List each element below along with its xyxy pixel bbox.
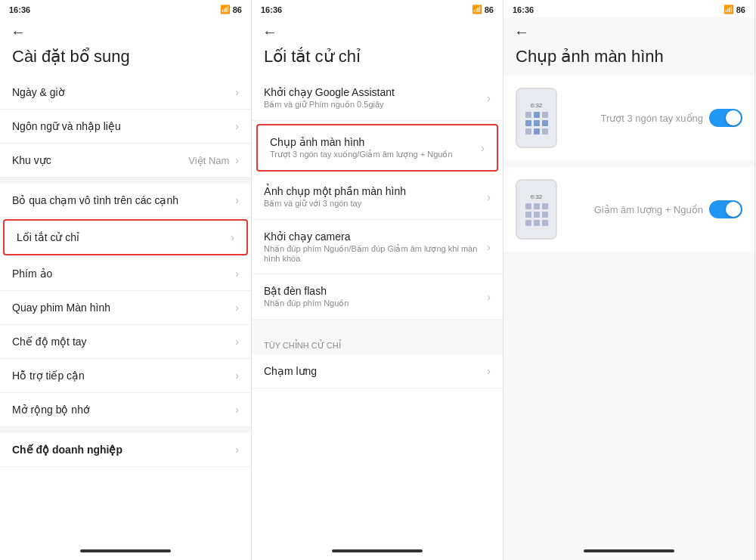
status-time-1: 16:36 xyxy=(9,5,30,14)
menu-item-bat-den-flash[interactable]: Bật đèn flash Nhấn đúp phím Nguồn › xyxy=(252,274,503,320)
dots-grid-giam-am xyxy=(525,203,548,226)
chevron-icon: › xyxy=(235,302,239,314)
chevron-icon: › xyxy=(487,92,491,104)
dot xyxy=(534,112,540,118)
menu-item-chup-anh-title: Chụp ảnh màn hình xyxy=(270,136,453,148)
menu-item-khu-vuc-value: Việt Nam xyxy=(188,155,229,166)
menu-item-bo-qua[interactable]: Bỏ qua chạm vô tình trên các cạnh › xyxy=(0,184,251,218)
panel1-title: Cài đặt bổ sung xyxy=(0,44,251,76)
menu-item-ngon-ngu-title: Ngôn ngữ và nhập liệu xyxy=(12,120,121,132)
section-divider-1 xyxy=(0,178,251,184)
status-time-2: 16:36 xyxy=(261,5,282,14)
dot xyxy=(534,120,540,126)
dot xyxy=(542,203,548,209)
menu-item-anh-chup-title: Ảnh chụp một phần màn hình xyxy=(264,185,406,197)
dot xyxy=(525,120,531,126)
chevron-icon: › xyxy=(231,231,234,243)
screenshot-divider xyxy=(503,161,754,167)
dot xyxy=(534,128,540,135)
panel-gesture-shortcuts: 16:36 📶 86 ← Lối tắt cử chỉ Khởi chạy Go… xyxy=(252,0,503,560)
status-bar-1: 16:36 📶 86 xyxy=(0,0,251,17)
menu-item-che-do-mot-tay[interactable]: Chế độ một tay › xyxy=(0,325,251,359)
bottom-indicator-3 xyxy=(584,549,674,552)
menu-item-che-do-dn[interactable]: Chế độ doanh nghiệp › xyxy=(0,433,251,467)
section-divider-3 xyxy=(252,320,503,332)
chevron-icon: › xyxy=(235,194,239,206)
back-button-2[interactable]: ← xyxy=(252,17,503,44)
menu-item-khu-vuc[interactable]: Khu vực Việt Nam › xyxy=(0,144,251,178)
status-time-3: 16:36 xyxy=(513,5,534,14)
menu-item-anh-chup-mot-phan[interactable]: Ảnh chụp một phần màn hình Bấm và giữ vớ… xyxy=(252,175,503,220)
toggle-giam-am-thumb xyxy=(726,202,741,217)
chevron-icon: › xyxy=(481,142,485,154)
menu-item-khoi-chay-ga-subtitle: Bấm và giữ Phím nguồn 0.5giây xyxy=(264,100,395,110)
toggle-giam-am-container: Giảm âm lượng + Nguồn xyxy=(594,200,742,218)
menu-item-bat-den-content: Bật đèn flash Nhấn đúp phím Nguồn xyxy=(264,285,349,308)
battery-icon: 86 xyxy=(736,5,745,14)
menu-item-bat-den-title: Bật đèn flash xyxy=(264,285,349,297)
custom-section-label: TÙY CHỈNH CỬ CHỈ xyxy=(264,341,341,350)
screenshot-item-truot[interactable]: 6:32 Trượt 3 ngón tay xuống xyxy=(503,76,754,160)
menu-item-phim-ao[interactable]: Phím ảo › xyxy=(0,257,251,291)
menu-item-anh-chup-content: Ảnh chụp một phần màn hình Bấm và giữ vớ… xyxy=(264,185,406,209)
dot xyxy=(525,203,531,209)
panel2-menu: Khởi chạy Google Assistant Bấm và giữ Ph… xyxy=(252,76,503,543)
menu-item-chup-anh-subtitle: Trượt 3 ngón tay xuống/Giảm âm lượng + N… xyxy=(270,150,453,159)
status-icons-2: 📶 86 xyxy=(472,5,494,14)
dot xyxy=(534,212,540,218)
menu-item-bat-den-subtitle: Nhấn đúp phím Nguồn xyxy=(264,299,349,308)
menu-item-khoi-chay-ga-content: Khởi chạy Google Assistant Bấm và giữ Ph… xyxy=(264,86,395,110)
dot xyxy=(525,212,531,218)
screenshot-item-giam-am[interactable]: 6:32 Giảm âm lượng + Nguồn xyxy=(503,167,754,252)
menu-item-khoi-chay-cam-content: Khởi chạy camera Nhấn đúp phím Nguồn/Bấm… xyxy=(264,230,487,263)
toggle-truot-label: Trượt 3 ngón tay xuống xyxy=(600,113,703,124)
menu-item-ngay-gio[interactable]: Ngày & giờ › xyxy=(0,76,251,110)
panel-screenshot: 16:36 📶 86 ← Chụp ảnh màn hình 6:32 xyxy=(503,0,755,560)
menu-item-loi-tat[interactable]: Lối tắt cử chỉ › xyxy=(3,219,248,255)
toggle-truot[interactable] xyxy=(709,109,742,127)
menu-item-loi-tat-title: Lối tắt cử chỉ xyxy=(17,231,79,243)
toggle-truot-container: Trượt 3 ngón tay xuống xyxy=(600,109,742,127)
toggle-giam-am[interactable] xyxy=(709,200,742,218)
chevron-icon: › xyxy=(487,191,491,203)
chevron-icon: › xyxy=(235,370,239,382)
phone-mockup-giam-am: 6:32 xyxy=(516,179,557,240)
menu-item-ngay-gio-title: Ngày & giờ xyxy=(12,86,65,98)
dot xyxy=(525,128,531,135)
menu-item-chup-anh[interactable]: Chụp ảnh màn hình Trượt 3 ngón tay xuống… xyxy=(256,124,498,172)
menu-item-ho-tro-title: Hỗ trợ tiếp cận xyxy=(12,370,85,382)
status-icons-3: 📶 86 xyxy=(723,5,745,14)
panel1-menu: Ngày & giờ › Ngôn ngữ và nhập liệu › Khu… xyxy=(0,76,251,543)
status-bar-3: 16:36 📶 86 xyxy=(503,0,754,17)
wifi-icon: 📶 xyxy=(723,5,734,14)
section-divider-2 xyxy=(0,427,251,433)
dot xyxy=(542,112,548,118)
menu-item-khoi-chay-cam[interactable]: Khởi chạy camera Nhấn đúp phím Nguồn/Bấm… xyxy=(252,220,503,274)
menu-item-cham-lung-title: Chạm lưng xyxy=(264,365,317,377)
dot xyxy=(542,120,548,126)
menu-item-mo-rong[interactable]: Mở rộng bộ nhớ › xyxy=(0,393,251,427)
dot xyxy=(542,220,548,226)
menu-item-mo-rong-title: Mở rộng bộ nhớ xyxy=(12,404,90,416)
phone-time-truot: 6:32 xyxy=(531,102,543,109)
battery-icon: 86 xyxy=(233,5,242,14)
chevron-icon: › xyxy=(235,86,239,98)
menu-item-cham-lung[interactable]: Chạm lưng › xyxy=(252,354,503,388)
back-button-3[interactable]: ← xyxy=(503,17,754,44)
menu-item-quay-phim[interactable]: Quay phim Màn hình › xyxy=(0,291,251,325)
bottom-indicator-2 xyxy=(332,549,423,552)
menu-item-khoi-chay-cam-title: Khởi chạy camera xyxy=(264,230,487,243)
toggle-giam-am-label: Giảm âm lượng + Nguồn xyxy=(594,204,703,215)
menu-item-chup-anh-content: Chụp ảnh màn hình Trượt 3 ngón tay xuống… xyxy=(270,136,453,159)
menu-item-phim-ao-title: Phím ảo xyxy=(12,268,52,280)
menu-item-ngon-ngu[interactable]: Ngôn ngữ và nhập liệu › xyxy=(0,110,251,144)
chevron-icon: › xyxy=(487,241,491,253)
dot xyxy=(542,212,548,218)
status-icons-1: 📶 86 xyxy=(220,5,242,14)
panel3-menu: 6:32 Trượt 3 ngón tay xuống xyxy=(503,76,754,543)
wifi-icon: 📶 xyxy=(220,5,231,14)
back-button-1[interactable]: ← xyxy=(0,17,251,44)
wifi-icon: 📶 xyxy=(472,5,482,14)
menu-item-ho-tro[interactable]: Hỗ trợ tiếp cận › xyxy=(0,359,251,393)
menu-item-khoi-chay-ga[interactable]: Khởi chạy Google Assistant Bấm và giữ Ph… xyxy=(252,76,503,121)
